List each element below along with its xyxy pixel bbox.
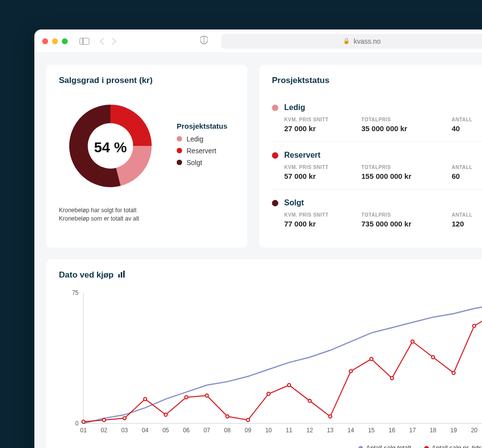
stat-value: 155 000 000 kr xyxy=(361,172,447,180)
svg-text:02: 02 xyxy=(101,427,107,434)
status-row: Solgt KVM. PRIS SNITT TOTALPRIS ANTALL 7… xyxy=(272,190,482,237)
svg-point-33 xyxy=(185,396,187,399)
svg-point-47 xyxy=(473,324,476,327)
legend-item-ledig: Ledig xyxy=(177,135,227,143)
line-legend: Antall salg totalt Antall salg pr. tidse… xyxy=(59,440,482,448)
sales-percent-card: Salgsgrad i prosent (kr) 54 % Prosjektst… xyxy=(46,65,247,248)
svg-rect-0 xyxy=(118,274,120,278)
svg-point-40 xyxy=(329,415,332,418)
svg-text:05: 05 xyxy=(162,427,169,434)
nav-arrows xyxy=(101,39,115,44)
dot-icon xyxy=(272,105,278,111)
line-chart: 0750102030405060708091011121314151617181… xyxy=(66,288,482,440)
status-name: Ledig xyxy=(284,103,482,112)
svg-text:06: 06 xyxy=(183,427,190,434)
stat-value: 27 000 kr xyxy=(284,124,356,133)
stat-value: 60 xyxy=(452,172,482,180)
dot-icon xyxy=(177,160,182,165)
card-title: Prosjektstatus xyxy=(272,76,482,85)
svg-text:18: 18 xyxy=(430,427,437,434)
svg-text:15: 15 xyxy=(368,427,375,434)
svg-text:10: 10 xyxy=(265,427,272,434)
dot-icon xyxy=(177,148,182,153)
svg-point-36 xyxy=(246,419,249,421)
status-name: Solgt xyxy=(284,198,482,207)
stat-value: 57 000 kr xyxy=(284,172,356,180)
svg-text:09: 09 xyxy=(245,427,252,434)
donut-footer: Kronebeløp har solgt for totalt Kronebel… xyxy=(59,206,235,223)
svg-text:13: 13 xyxy=(327,427,334,434)
donut-legend: Prosjektstatus Ledig Reservert Solgt xyxy=(177,122,227,170)
card-title: Salgsgrad i prosent (kr) xyxy=(59,76,235,85)
dot-icon xyxy=(272,200,278,206)
legend-label: Ledig xyxy=(187,135,203,143)
svg-point-43 xyxy=(390,377,393,380)
svg-rect-2 xyxy=(123,271,125,278)
stat-label: KVM. PRIS SNITT xyxy=(284,117,356,122)
dot-icon xyxy=(358,446,363,448)
stat-value: 77 000 kr xyxy=(284,220,356,228)
close-window-icon[interactable] xyxy=(42,38,48,44)
stat-label: ANTALL xyxy=(452,212,482,218)
dot-icon xyxy=(177,136,182,141)
sidebar-toggle-icon[interactable] xyxy=(80,38,89,45)
top-row: Salgsgrad i prosent (kr) 54 % Prosjektst… xyxy=(46,65,482,248)
svg-text:16: 16 xyxy=(389,427,396,434)
url-bar[interactable]: 🔒 kvass.no xyxy=(221,34,482,49)
svg-point-30 xyxy=(123,417,126,420)
svg-point-28 xyxy=(82,420,85,423)
stat-label: TOTALPRIS xyxy=(361,117,447,122)
svg-text:0: 0 xyxy=(75,420,79,427)
svg-text:04: 04 xyxy=(142,427,149,434)
legend-item-total: Antall salg totalt xyxy=(358,444,411,448)
svg-point-32 xyxy=(164,413,167,416)
svg-point-42 xyxy=(370,358,373,361)
footer-line: Kronebeløp har solgt for totalt xyxy=(59,206,235,215)
stat-label: ANTALL xyxy=(452,165,482,170)
legend-label: Reservert xyxy=(187,147,216,155)
browser-toolbar: 🔒 kvass.no xyxy=(34,29,482,53)
legend-label: Solgt xyxy=(187,159,202,167)
traffic-lights xyxy=(42,38,68,44)
svg-point-31 xyxy=(144,397,147,400)
legend-title: Prosjektstatus xyxy=(177,122,227,130)
svg-text:14: 14 xyxy=(348,427,354,434)
project-status-card: Prosjektstatus Ledig KVM. PRIS SNITT TOT… xyxy=(259,65,482,248)
svg-text:19: 19 xyxy=(451,427,457,434)
svg-text:75: 75 xyxy=(72,289,79,296)
stat-value: 40 xyxy=(452,124,482,133)
legend-item-period: Antall salg pr. tidsenhet xyxy=(424,444,482,448)
back-icon[interactable] xyxy=(100,37,107,44)
donut-chart: 54 % xyxy=(59,94,162,197)
purchase-date-card: Dato ved kjøp 07501020304050607080910111… xyxy=(46,259,482,448)
svg-text:12: 12 xyxy=(306,427,313,434)
status-row: Ledig KVM. PRIS SNITT TOTALPRIS ANTALL 2… xyxy=(272,94,482,142)
stat-value: 735 000 000 kr xyxy=(361,220,447,228)
stat-label: ANTALL xyxy=(452,117,482,122)
svg-text:03: 03 xyxy=(121,427,128,434)
footer-line: Kronebeløp som er totalt av alt xyxy=(59,215,235,223)
maximize-window-icon[interactable] xyxy=(62,38,68,44)
browser-window: 🔒 kvass.no Salgsgrad i prosent (kr) 54 %… xyxy=(34,29,482,448)
url-text: kvass.no xyxy=(353,37,380,45)
svg-text:07: 07 xyxy=(204,427,211,434)
lock-icon: 🔒 xyxy=(343,38,350,44)
shield-icon[interactable] xyxy=(200,36,208,46)
svg-point-34 xyxy=(205,394,208,397)
svg-point-41 xyxy=(349,369,352,372)
svg-point-29 xyxy=(103,419,106,421)
donut-center-label: 54 % xyxy=(94,139,127,155)
forward-icon[interactable] xyxy=(109,37,116,44)
svg-rect-1 xyxy=(121,272,122,278)
legend-label: Antall salg totalt xyxy=(366,444,411,448)
svg-text:01: 01 xyxy=(80,427,87,434)
dot-icon xyxy=(272,152,278,159)
svg-point-39 xyxy=(308,399,311,402)
stat-label: TOTALPRIS xyxy=(361,212,447,218)
minimize-window-icon[interactable] xyxy=(52,38,58,44)
svg-text:17: 17 xyxy=(409,427,416,434)
svg-point-38 xyxy=(288,384,291,387)
bar-chart-icon[interactable] xyxy=(118,271,125,280)
svg-point-45 xyxy=(431,356,434,359)
stat-label: KVM. PRIS SNITT xyxy=(284,165,356,170)
